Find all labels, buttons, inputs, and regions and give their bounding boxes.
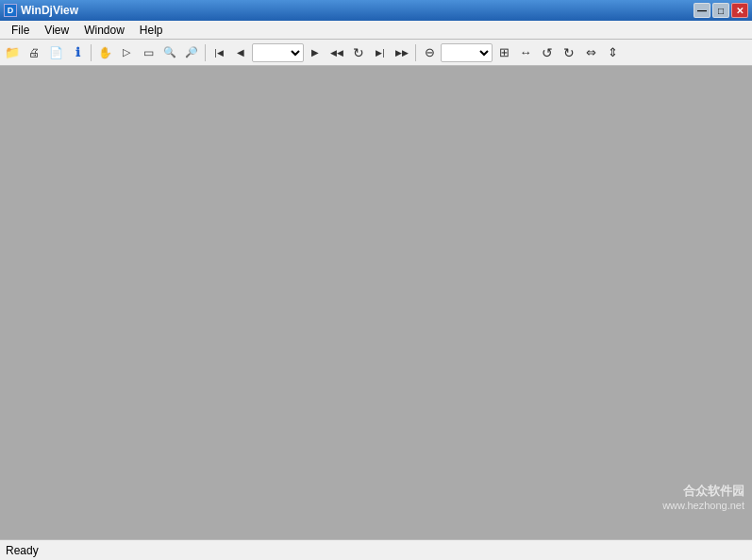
back-button[interactable] [326,42,347,63]
watermark: 合众软件园 www.hezhong.net [662,483,744,511]
rotate-ccw-button[interactable] [537,42,558,63]
menu-view[interactable]: View [37,21,76,39]
toolbar [0,40,752,66]
title-bar: D WinDjView — □ ✕ [0,0,752,21]
next-page-button[interactable] [305,42,326,63]
fit-page-button[interactable] [515,42,536,63]
page-dropdown[interactable] [252,43,304,62]
rect-select-button[interactable] [138,42,159,63]
mirror-h-button[interactable] [580,42,601,63]
print-button[interactable] [24,42,44,63]
status-text: Ready [6,544,39,557]
pan-button[interactable] [94,42,115,63]
minimize-button[interactable]: — [694,3,710,18]
maximize-button[interactable]: □ [712,3,729,18]
separator-1 [91,44,92,61]
zoom-out-button[interactable] [181,42,202,63]
rotate-cw-button[interactable] [559,42,579,63]
title-left: D WinDjView [4,4,78,17]
zoom-in-button[interactable] [159,42,180,63]
separator-3 [415,44,416,61]
info-button[interactable] [67,42,88,63]
separator-2 [205,44,206,61]
menu-file[interactable]: File [4,21,37,39]
first-page-button[interactable] [209,42,229,63]
close-button[interactable]: ✕ [731,3,748,18]
open-button[interactable] [2,42,23,63]
prev-page-button[interactable] [230,42,251,63]
app-icon: D [4,4,17,17]
title-controls: — □ ✕ [694,3,748,18]
menu-bar: File View Window Help [0,21,752,40]
status-bar: Ready [0,539,752,560]
properties-button[interactable] [45,42,66,63]
watermark-line2: www.hezhong.net [662,500,744,511]
zoom-dropdown[interactable] [441,43,493,62]
fit-width-button[interactable] [493,42,514,63]
watermark-line1: 合众软件园 [662,483,744,500]
spread-left-button[interactable] [392,42,412,63]
forward-button[interactable] [348,42,369,63]
app-title: WinDjView [21,4,78,17]
mirror-v-button[interactable] [602,42,623,63]
menu-window[interactable]: Window [76,21,132,39]
menu-help[interactable]: Help [132,21,171,39]
main-content: 合众软件园 www.hezhong.net [0,66,752,539]
select-button[interactable] [116,42,137,63]
last-page-button[interactable] [370,42,391,63]
zoom-minus-button[interactable] [419,42,440,63]
